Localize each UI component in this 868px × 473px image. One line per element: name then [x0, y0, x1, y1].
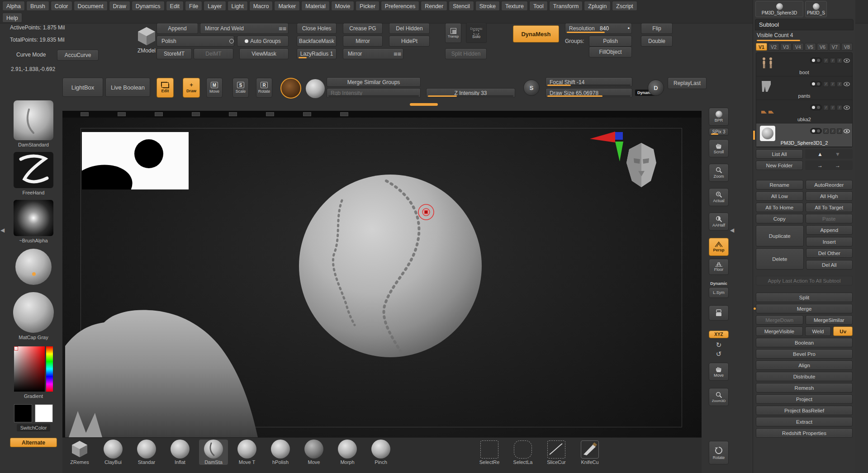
- tool-tab-sphere3d[interactable]: PM3D_Sphere3D: [755, 1, 803, 17]
- gradient-label[interactable]: Gradient: [24, 393, 43, 399]
- color-toggle[interactable]: /: [837, 128, 842, 134]
- mergesimilar-button[interactable]: MergeSimilar: [806, 315, 853, 325]
- eye-icon[interactable]: [844, 129, 850, 133]
- subtool-section-header[interactable]: Subtool: [755, 19, 854, 30]
- sculpt-toggle[interactable]: /: [823, 58, 829, 63]
- distribute-button[interactable]: Distribute: [756, 372, 853, 381]
- lsym-button[interactable]: L.Sym: [709, 287, 729, 298]
- zoom3d-button[interactable]: Zoom3D: [709, 388, 729, 406]
- mirror-button[interactable]: Mirror: [343, 36, 383, 47]
- menu-picker[interactable]: Picker: [356, 1, 379, 11]
- delete-button[interactable]: Delete: [756, 248, 804, 270]
- rotate3d-button[interactable]: Rotate: [709, 441, 729, 464]
- paint-toggle[interactable]: [810, 57, 822, 63]
- lightbox-button[interactable]: LightBox: [62, 78, 103, 97]
- all-high-button[interactable]: All High: [806, 191, 853, 201]
- sculpt-toggle[interactable]: /: [823, 128, 829, 134]
- focal-shift-slider[interactable]: Focal Shift -14: [545, 77, 632, 87]
- paint-toggle[interactable]: [810, 81, 822, 87]
- dynamic-draw-size-ring[interactable]: D: [648, 80, 664, 96]
- del-all-button[interactable]: Del All: [806, 260, 853, 270]
- paste-button[interactable]: Paste: [806, 214, 853, 223]
- hue-bar[interactable]: [46, 346, 53, 392]
- menu-tool[interactable]: Tool: [529, 1, 548, 11]
- menu-macro[interactable]: Macro: [249, 1, 273, 11]
- autoreorder-button[interactable]: AutoReorder: [806, 180, 853, 189]
- menu-stencil[interactable]: Stencil: [449, 1, 474, 11]
- tray-item-selectlasso[interactable]: SelectLa: [508, 440, 537, 465]
- rotate-mode-button[interactable]: RRotate: [256, 78, 272, 98]
- split-hidden-button[interactable]: Split Hidden: [445, 48, 487, 59]
- live-boolean-button[interactable]: Live Boolean: [105, 78, 150, 97]
- groups-value-button[interactable]: Polish: [589, 36, 632, 47]
- menu-draw[interactable]: Draw: [109, 1, 130, 11]
- draw-size-indicator[interactable]: [410, 103, 438, 106]
- tray-item-zremesher[interactable]: ZRemes: [65, 440, 94, 465]
- main-color-swatch[interactable]: [14, 404, 32, 422]
- tool-tab-sphere3d-2[interactable]: PM3D_S: [805, 1, 827, 17]
- mask-toggle[interactable]: /: [830, 58, 835, 63]
- project-basrelief-button[interactable]: Project BasRelief: [756, 406, 853, 415]
- all-to-home-button[interactable]: All To Home: [756, 203, 803, 212]
- vtab-v8[interactable]: V8: [841, 43, 853, 51]
- menu-render[interactable]: Render: [421, 1, 447, 11]
- delmt-button[interactable]: DelMT: [194, 48, 233, 59]
- subtool-row-pants[interactable]: /// pants: [756, 76, 852, 100]
- append-subtool-button[interactable]: Append: [806, 225, 853, 235]
- color-toggle[interactable]: /: [837, 105, 842, 110]
- bpr-button[interactable]: BPR: [709, 108, 729, 126]
- vtab-v5[interactable]: V5: [805, 43, 816, 51]
- polish-slider[interactable]: Polish: [157, 36, 234, 47]
- boolean-button[interactable]: Boolean: [756, 338, 853, 347]
- tray-item-move-topological[interactable]: Move T: [232, 440, 261, 465]
- subtool-row-ubka2[interactable]: /// ubka2: [756, 100, 852, 123]
- secondary-color-swatch[interactable]: [35, 404, 53, 422]
- current-material-preview[interactable]: [306, 79, 325, 98]
- zoom-button[interactable]: Zoom: [709, 164, 729, 182]
- vtab-v1[interactable]: V1: [756, 43, 767, 51]
- flip-button[interactable]: Flip: [641, 23, 673, 34]
- right-divider-arrow-icon[interactable]: ◀: [730, 227, 734, 233]
- merge-similar-groups-button[interactable]: Merge Similar Groups: [327, 77, 421, 87]
- tray-item-move[interactable]: Move: [299, 440, 328, 465]
- rgb-intensity-slider[interactable]: Rgb Intensity: [327, 88, 421, 98]
- draw-mode-button[interactable]: + Draw: [183, 78, 200, 98]
- crease-pg-button[interactable]: Crease PG: [343, 23, 383, 34]
- persp-button[interactable]: Persp: [709, 238, 729, 256]
- lazyradius-slider[interactable]: LazyRadius 1: [297, 48, 337, 59]
- menu-alpha[interactable]: Alpha: [2, 1, 25, 11]
- hidept-button[interactable]: HidePt: [389, 36, 430, 47]
- draw-size-slider[interactable]: Draw Size 65.06978: [545, 88, 632, 98]
- visible-count-slider[interactable]: Visible Count 4: [757, 32, 852, 41]
- menu-preferences[interactable]: Preferences: [381, 1, 419, 11]
- eye-icon[interactable]: [844, 105, 850, 110]
- see-through-button[interactable]: [709, 305, 729, 321]
- menu-edit[interactable]: Edit: [166, 1, 184, 11]
- menu-stroke[interactable]: Stroke: [475, 1, 500, 11]
- solo-button[interactable]: Dynamic Solo: [466, 23, 487, 43]
- aahalf-button[interactable]: AAHalf: [709, 213, 729, 231]
- scale-mode-button[interactable]: SScale: [232, 78, 249, 98]
- menu-layer[interactable]: Layer: [204, 1, 226, 11]
- bevel-pro-button[interactable]: Bevel Pro: [756, 349, 853, 359]
- weld-button[interactable]: Weld: [805, 326, 831, 336]
- tray-item-slicecurve[interactable]: SliceCur: [542, 440, 571, 465]
- align-button[interactable]: Align: [756, 360, 853, 370]
- tray-item-morph[interactable]: Morph: [333, 440, 362, 465]
- tray-item-claybuildup[interactable]: ClayBui: [99, 440, 128, 465]
- tray-item-standard[interactable]: Standar: [132, 440, 161, 465]
- alpha-brushalpha-thumb[interactable]: [14, 200, 53, 236]
- menu-zscript[interactable]: Zscript: [612, 1, 637, 11]
- matcap-gray-thumb[interactable]: [13, 292, 54, 333]
- move-down-icon[interactable]: ▼: [835, 151, 840, 157]
- focal-shift-ring[interactable]: S: [523, 80, 540, 96]
- move-mode-button[interactable]: MMove: [206, 78, 223, 98]
- tray-item-hpolish[interactable]: hPolish: [266, 440, 295, 465]
- all-to-target-button[interactable]: All To Target: [806, 203, 853, 212]
- vtab-v6[interactable]: V6: [817, 43, 828, 51]
- menu-color[interactable]: Color: [51, 1, 72, 11]
- move-canvas-button[interactable]: Move: [709, 363, 729, 381]
- actual-button[interactable]: Actual: [709, 188, 729, 206]
- mergedown-button[interactable]: MergeDown: [756, 315, 803, 325]
- zmodel-tool[interactable]: ZModel: [134, 26, 159, 54]
